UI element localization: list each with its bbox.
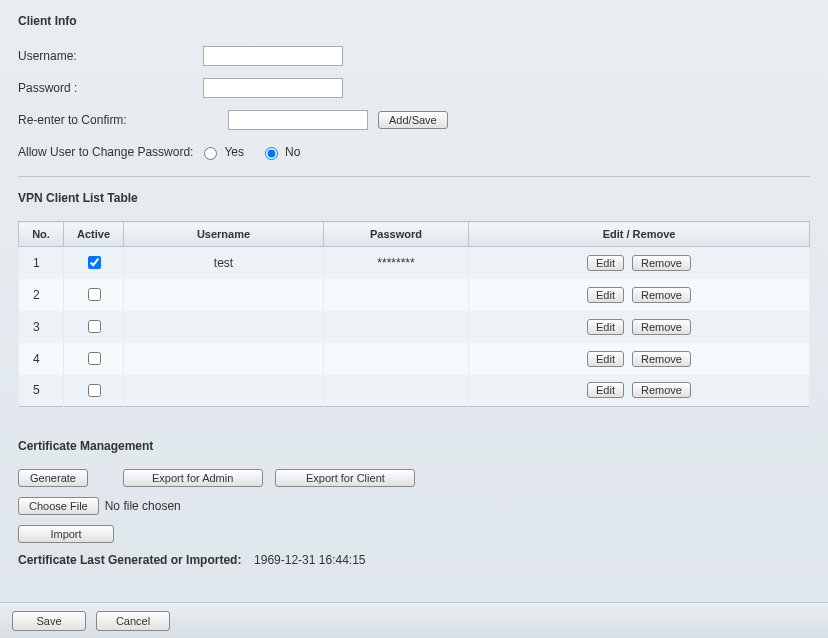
cert-last-value: 1969-12-31 16:44:15 [254, 553, 365, 567]
table-row: 3EditRemove [19, 311, 810, 343]
edit-button[interactable]: Edit [587, 351, 624, 367]
cell-editremove: EditRemove [469, 247, 810, 279]
client-info-title: Client Info [18, 14, 810, 28]
active-checkbox[interactable] [88, 288, 101, 301]
cell-editremove: EditRemove [469, 375, 810, 407]
allow-change-no-label: No [285, 145, 300, 159]
remove-button[interactable]: Remove [632, 382, 691, 398]
cell-editremove: EditRemove [469, 311, 810, 343]
remove-button[interactable]: Remove [632, 255, 691, 271]
active-checkbox[interactable] [88, 352, 101, 365]
allow-change-yes-radio[interactable] [204, 147, 217, 160]
cell-active [64, 247, 124, 279]
remove-button[interactable]: Remove [632, 287, 691, 303]
cell-password [324, 375, 469, 407]
cert-last-label: Certificate Last Generated or Imported: [18, 553, 241, 567]
cell-active [64, 279, 124, 311]
password-input[interactable] [203, 78, 343, 98]
remove-button[interactable]: Remove [632, 351, 691, 367]
vpn-client-table: No. Active Username Password Edit / Remo… [18, 221, 810, 407]
save-button[interactable]: Save [12, 611, 86, 631]
cell-active [64, 343, 124, 375]
cell-password [324, 311, 469, 343]
th-password: Password [324, 222, 469, 247]
cell-no: 1 [19, 247, 64, 279]
username-label: Username: [18, 49, 203, 63]
table-row: 1test********EditRemove [19, 247, 810, 279]
table-row: 4EditRemove [19, 343, 810, 375]
edit-button[interactable]: Edit [587, 382, 624, 398]
cell-username [124, 279, 324, 311]
cell-password: ******** [324, 247, 469, 279]
cell-active [64, 375, 124, 407]
cell-no: 4 [19, 343, 64, 375]
export-admin-button[interactable]: Export for Admin [123, 469, 263, 487]
import-button[interactable]: Import [18, 525, 114, 543]
cell-username [124, 375, 324, 407]
cell-password [324, 343, 469, 375]
export-client-button[interactable]: Export for Client [275, 469, 415, 487]
th-active: Active [64, 222, 124, 247]
cell-password [324, 279, 469, 311]
no-file-label: No file chosen [105, 499, 181, 513]
cell-username: test [124, 247, 324, 279]
th-no: No. [19, 222, 64, 247]
table-row: 2EditRemove [19, 279, 810, 311]
cell-username [124, 343, 324, 375]
vpn-table-title: VPN Client List Table [18, 191, 810, 205]
remove-button[interactable]: Remove [632, 319, 691, 335]
th-editremove: Edit / Remove [469, 222, 810, 247]
cell-no: 2 [19, 279, 64, 311]
divider [18, 176, 810, 177]
th-username: Username [124, 222, 324, 247]
confirm-input[interactable] [228, 110, 368, 130]
generate-button[interactable]: Generate [18, 469, 88, 487]
footer-bar: Save Cancel [0, 602, 828, 638]
cert-title: Certificate Management [18, 439, 810, 453]
cancel-button[interactable]: Cancel [96, 611, 170, 631]
cell-active [64, 311, 124, 343]
active-checkbox[interactable] [88, 384, 101, 397]
cell-username [124, 311, 324, 343]
password-label: Password : [18, 81, 203, 95]
cell-editremove: EditRemove [469, 279, 810, 311]
active-checkbox[interactable] [88, 256, 101, 269]
edit-button[interactable]: Edit [587, 255, 624, 271]
confirm-label: Re-enter to Confirm: [18, 113, 228, 127]
edit-button[interactable]: Edit [587, 319, 624, 335]
add-save-button[interactable]: Add/Save [378, 111, 448, 129]
allow-change-label: Allow User to Change Password: [18, 145, 193, 159]
table-row: 5EditRemove [19, 375, 810, 407]
cell-editremove: EditRemove [469, 343, 810, 375]
cell-no: 5 [19, 375, 64, 407]
allow-change-yes-label: Yes [224, 145, 244, 159]
edit-button[interactable]: Edit [587, 287, 624, 303]
username-input[interactable] [203, 46, 343, 66]
active-checkbox[interactable] [88, 320, 101, 333]
cell-no: 3 [19, 311, 64, 343]
choose-file-button[interactable]: Choose File [18, 497, 99, 515]
allow-change-no-radio[interactable] [265, 147, 278, 160]
